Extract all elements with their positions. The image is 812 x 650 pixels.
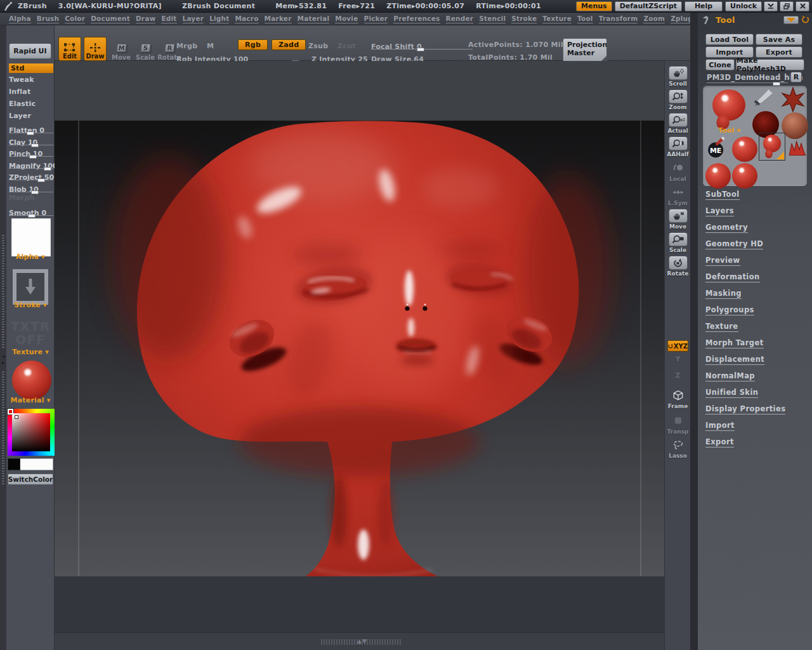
sphere-tool-thumbnail-2[interactable]: [705, 163, 731, 189]
paintbrush-tool-thumbnail[interactable]: ME: [705, 136, 727, 158]
menu-picker[interactable]: Picker: [364, 15, 388, 23]
palette-reload-icon[interactable]: [801, 15, 809, 24]
sphere-tool-thumbnail-1[interactable]: [732, 136, 757, 162]
brush-elastic[interactable]: Elastic: [9, 100, 52, 108]
section-polygroups[interactable]: Polygroups: [705, 305, 754, 315]
menu-document[interactable]: Document: [91, 15, 130, 23]
menu-render[interactable]: Render: [446, 15, 474, 23]
menu-stroke[interactable]: Stroke: [511, 15, 537, 23]
bottom-divider[interactable]: ▲▼: [55, 632, 664, 650]
texture-off-thumbnail[interactable]: TXTR OFF: [6, 320, 55, 347]
sphere-tool-thumbnail-3[interactable]: [732, 163, 757, 189]
rotate-canvas-button[interactable]: Rotate: [667, 256, 688, 277]
draw-button[interactable]: Draw: [84, 37, 107, 61]
menu-brush[interactable]: Brush: [37, 15, 59, 23]
rapid-ui-button[interactable]: Rapid UI: [9, 43, 51, 59]
xyz-axis-button[interactable]: XYZ: [667, 340, 688, 352]
transp-button[interactable]: Transp: [667, 414, 688, 435]
edit-button[interactable]: Edit: [58, 37, 81, 61]
local-button[interactable]: Local: [667, 161, 688, 182]
section-displacement[interactable]: Displacement: [705, 355, 764, 365]
color-picker[interactable]: [8, 409, 55, 456]
menu-tool[interactable]: Tool: [577, 15, 593, 23]
magnify-slider[interactable]: Magnify 100: [9, 159, 52, 168]
section-import[interactable]: Import: [705, 421, 735, 431]
section-masking[interactable]: Masking: [705, 289, 742, 299]
section-subtool[interactable]: SubTool: [705, 190, 740, 200]
alpha-thumbnail[interactable]: [11, 218, 51, 256]
menu-marker[interactable]: Marker: [265, 15, 292, 23]
default-zscript-button[interactable]: DefaultZScript: [615, 1, 682, 11]
menu-color[interactable]: Color: [65, 15, 85, 23]
rgb-toggle[interactable]: Rgb: [238, 39, 268, 50]
scroll-button[interactable]: Scroll: [667, 66, 688, 87]
stroke-popup-label[interactable]: Stroke ▾: [6, 301, 55, 309]
alpha-popup-label[interactable]: Alpha ▾: [6, 253, 55, 261]
menu-zoom[interactable]: Zoom: [643, 15, 665, 23]
brush-std[interactable]: Std: [9, 63, 53, 73]
menu-draw[interactable]: Draw: [136, 15, 155, 23]
brush-layer[interactable]: Layer: [9, 112, 52, 120]
brownsphere-tool-thumbnail[interactable]: [782, 112, 808, 139]
flatten-slider[interactable]: Flatten 0: [9, 123, 52, 133]
crumpled-tool-thumbnail[interactable]: [788, 138, 807, 159]
sv-marker[interactable]: [15, 415, 18, 419]
zoom-button[interactable]: Zoom: [667, 90, 688, 110]
menu-material[interactable]: Material: [298, 15, 330, 23]
menu-light[interactable]: Light: [209, 15, 229, 23]
left-panel-divider[interactable]: ◂ ▸: [0, 25, 6, 650]
pinch-slider[interactable]: Pinch 10: [9, 147, 52, 156]
knife-tool-thumbnail[interactable]: [754, 88, 776, 111]
menu-edit[interactable]: Edit: [161, 15, 176, 23]
minimize-button[interactable]: [764, 1, 778, 11]
menu-layer[interactable]: Layer: [183, 15, 204, 23]
close-button[interactable]: [796, 1, 809, 11]
focal-shift-slider[interactable]: Focal Shift 0: [371, 39, 473, 50]
scale-canvas-button[interactable]: Scale: [667, 232, 688, 253]
m-toggle[interactable]: M: [207, 42, 214, 50]
menu-movie[interactable]: Movie: [335, 15, 358, 23]
menu-preferences[interactable]: Preferences: [393, 15, 440, 23]
section-layers[interactable]: Layers: [705, 206, 734, 216]
selected-tool-thumbnail[interactable]: [759, 133, 785, 161]
menu-stencil[interactable]: Stencil: [479, 15, 506, 23]
brush-inflat[interactable]: Inflat: [9, 88, 52, 96]
section-deformation[interactable]: Deformation: [705, 272, 760, 282]
load-tool-button[interactable]: Load Tool: [705, 34, 754, 45]
projection-master-button[interactable]: Projection Master: [563, 38, 607, 63]
actual-button[interactable]: x1 Actual: [667, 113, 688, 134]
current-tool-name[interactable]: PM3D_DemoHead_high: [707, 73, 788, 83]
section-geometry[interactable]: Geometry: [705, 223, 748, 233]
zcut-toggle[interactable]: Zcut: [337, 42, 356, 50]
menus-button[interactable]: Menus: [576, 1, 612, 11]
frame-button[interactable]: Frame: [667, 388, 688, 409]
unlock-button[interactable]: Unlock: [725, 1, 762, 11]
secondary-color-swatch[interactable]: [8, 458, 20, 470]
material-popup-label[interactable]: Material ▾: [6, 396, 55, 404]
saturation-value-square[interactable]: [12, 413, 50, 451]
lsym-button[interactable]: L.Sym: [667, 185, 688, 206]
clone-button[interactable]: Clone: [705, 59, 735, 70]
palette-collapse-button[interactable]: [783, 16, 799, 24]
r-button[interactable]: R: [790, 72, 802, 83]
stroke-thumbnail[interactable]: [13, 269, 48, 305]
canvas-resize-handle[interactable]: ▲▼: [351, 638, 373, 644]
move-canvas-button[interactable]: Move: [667, 209, 688, 230]
material-sphere-thumbnail[interactable]: [12, 361, 51, 400]
tool-tray-label[interactable]: Tool ▾: [718, 126, 740, 135]
document-canvas[interactable]: [55, 61, 664, 632]
move-button[interactable]: M Move: [110, 37, 132, 61]
section-unified-skin[interactable]: Unified Skin: [705, 388, 758, 398]
section-export[interactable]: Export: [705, 437, 734, 448]
brush-morph[interactable]: Morph: [9, 194, 52, 202]
menu-macro[interactable]: Macro: [235, 15, 258, 23]
zadd-toggle[interactable]: Zadd: [272, 39, 306, 50]
brush-tweak[interactable]: Tweak: [9, 76, 52, 84]
zproject-slider[interactable]: ZProject 50: [9, 170, 52, 180]
menu-texture[interactable]: Texture: [542, 15, 572, 23]
expand-right-icon[interactable]: ▸: [0, 361, 6, 366]
lasso-button[interactable]: Lasso: [667, 438, 688, 459]
aahalf-button[interactable]: AAHalf: [667, 136, 688, 157]
z-axis-button[interactable]: Z: [667, 372, 688, 379]
scale-button[interactable]: S Scale: [134, 37, 156, 61]
